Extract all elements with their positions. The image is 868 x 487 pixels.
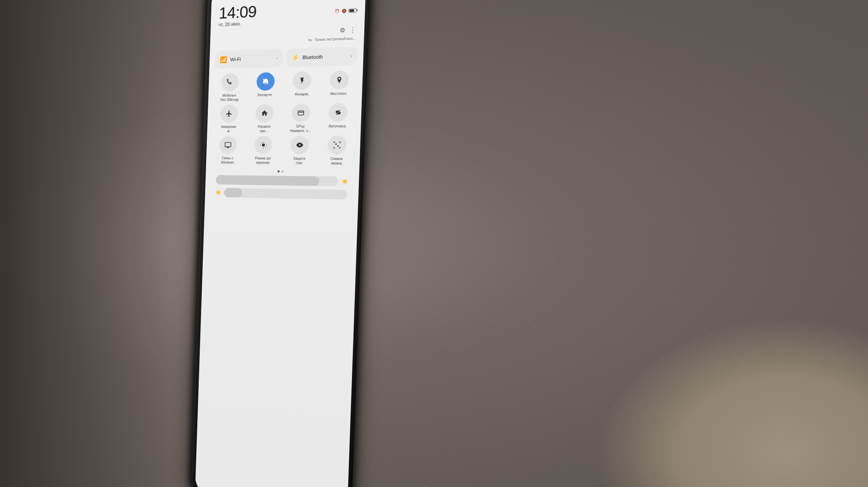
flashlight-label: Фонарик	[295, 92, 308, 97]
auto-rotate-icon	[329, 103, 348, 122]
mobile-data-label: Мобильн.Нет SIM-кар	[220, 93, 239, 102]
location-tile[interactable]: Местопол.	[321, 70, 357, 101]
svg-rect-1	[298, 111, 304, 115]
volume-fill	[224, 188, 242, 197]
wifi-arrow: ›	[276, 56, 277, 61]
brightness-slider[interactable]	[216, 175, 338, 186]
silent-mode-label: Беззвучн.	[258, 93, 273, 97]
svg-rect-3	[225, 142, 231, 147]
gpay-icon	[291, 103, 310, 122]
screenshot-tile[interactable]: Снимокэкрана	[319, 136, 355, 165]
bluetooth-icon: ⚡	[292, 54, 299, 62]
alarm-icon: ⏰	[335, 9, 340, 14]
bluetooth-arrow: ›	[351, 54, 352, 58]
bg-cushion	[597, 318, 868, 487]
top-tiles-row: 📶 Wi-Fi › ⚡ Bluetooth ›	[214, 46, 358, 69]
svg-line-9	[261, 143, 261, 143]
link-windows-label: Связь сWindows	[221, 156, 234, 165]
page-dot-1	[277, 170, 279, 173]
svg-rect-15	[337, 145, 339, 147]
auto-rotate-label: Автоповор.	[329, 124, 347, 129]
quick-settings-panel: 📶 Wi-Fi › ⚡ Bluetooth ›	[205, 43, 364, 205]
battery-icon	[349, 8, 356, 13]
svg-point-6	[262, 143, 265, 146]
gpay-tile[interactable]: GPayНажмите, ч...	[283, 103, 318, 133]
svg-point-13	[299, 144, 301, 146]
page-indicator	[211, 170, 354, 173]
status-icons: ⏰ 🔕	[335, 8, 357, 14]
wifi-tile[interactable]: 📶 Wi-Fi ›	[214, 49, 283, 69]
airplane-mode-label: Авиарежим	[221, 125, 236, 134]
screenshot-label: Снимокэкрана	[330, 157, 343, 166]
phone-screen: 14:09 чт, 20 июн. ⏰ 🔕	[195, 0, 366, 487]
location-label: Местопол.	[330, 91, 347, 96]
home-control-label: Управление...	[257, 124, 271, 133]
eye-protection-icon	[290, 136, 309, 155]
volume-row: ☀️	[210, 188, 353, 200]
dark-mode-tile[interactable]: Режим затемнения	[246, 136, 280, 165]
mobile-data-tile[interactable]: Мобильн.Нет SIM-кар	[213, 73, 247, 102]
bluetooth-tile[interactable]: ⚡ Bluetooth ›	[286, 46, 358, 67]
volume-icon: ☀️	[215, 190, 221, 195]
bluetooth-label: Bluetooth	[302, 54, 347, 60]
link-windows-tile[interactable]: Связь сWindows	[211, 136, 244, 165]
brightness-fill	[216, 175, 319, 186]
brightness-icon: ☀️	[341, 179, 348, 184]
silent-icon: 🔕	[342, 8, 347, 13]
dark-mode-icon	[254, 136, 273, 154]
flashlight-icon	[293, 71, 312, 90]
svg-line-10	[265, 147, 265, 147]
airplane-mode-tile[interactable]: Авиарежим	[212, 104, 246, 133]
wifi-label: Wi-Fi	[230, 56, 273, 62]
settings-gear-icon[interactable]: ⚙	[339, 26, 345, 34]
mobile-data-icon	[221, 73, 239, 91]
airplane-mode-icon	[220, 104, 238, 123]
page-dot-2	[281, 170, 283, 173]
time-date-block: 14:09 чт, 20 июн.	[218, 0, 335, 27]
phone-body: 14:09 чт, 20 июн. ⏰ 🔕	[191, 0, 370, 487]
eye-protection-label: Защитаглаз	[293, 156, 305, 165]
quick-tiles-grid: Мобильн.Нет SIM-кар Беззвучн.	[211, 69, 357, 167]
location-icon	[330, 70, 349, 89]
bg-shadow-left	[0, 0, 170, 487]
home-control-icon	[255, 104, 274, 122]
screen-content: 14:09 чт, 20 июн. ⏰ 🔕	[195, 0, 366, 487]
eye-protection-tile[interactable]: Защитаглаз	[282, 136, 317, 165]
link-windows-icon	[219, 136, 237, 154]
phone-device: 14:09 чт, 20 июн. ⏰ 🔕	[191, 0, 370, 487]
brightness-row: ☀️	[211, 175, 353, 187]
auto-rotate-tile[interactable]: Автоповор.	[320, 103, 356, 133]
gpay-label: GPayНажмите, ч...	[290, 124, 311, 133]
dark-mode-label: Режим затемнения	[255, 156, 271, 165]
volume-slider[interactable]	[224, 188, 347, 200]
screenshot-icon	[327, 136, 347, 154]
svg-rect-14	[335, 143, 337, 145]
home-control-tile[interactable]: Управление...	[247, 104, 281, 133]
flashlight-tile[interactable]: Фонарик	[284, 71, 320, 101]
silent-mode-tile[interactable]: Беззвучн.	[249, 72, 283, 102]
wifi-icon: 📶	[220, 56, 227, 63]
more-options-icon[interactable]: ⋮	[349, 26, 356, 34]
silent-mode-icon	[256, 72, 275, 91]
